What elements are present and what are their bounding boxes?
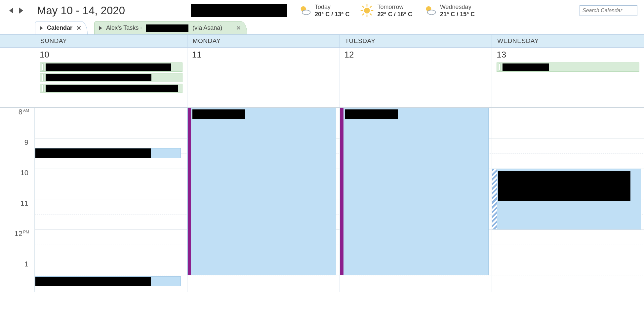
day-headers-row: SUNDAY MONDAY TUESDAY WEDNESDAY — [0, 34, 644, 48]
tab-asana-tasks[interactable]: Alex's Tasks - (via Asana) ✕ — [94, 21, 247, 34]
svg-point-1 — [302, 10, 310, 15]
svg-point-12 — [427, 10, 436, 15]
topbar: May 10 - 14, 2020 Today 20° C / 13° C To… — [0, 0, 644, 21]
weather-today[interactable]: Today 20° C / 13° C — [298, 3, 349, 18]
weather-wednesday-label: Wednesday — [440, 3, 475, 11]
svg-line-9 — [362, 14, 364, 15]
day-header-monday[interactable]: MONDAY — [187, 35, 340, 47]
redacted-header-block — [191, 4, 287, 17]
time-label: 9 — [0, 138, 34, 169]
tab-arrow-icon — [40, 26, 43, 30]
weather-today-label: Today — [315, 3, 349, 11]
tab-asana-redacted — [146, 24, 188, 32]
weather-tomorrow-label: Tomorrow — [377, 3, 412, 11]
close-tab-calendar[interactable]: ✕ — [76, 24, 81, 32]
svg-point-2 — [364, 8, 370, 14]
tab-asana-suffix: (via Asana) — [192, 24, 222, 31]
weather-wednesday[interactable]: Wednesday 21° C / 15° C — [423, 3, 475, 18]
close-tab-asana[interactable]: ✕ — [236, 24, 241, 32]
allday-cell-wednesday[interactable]: 13 — [492, 48, 644, 107]
event-category-stripe — [188, 108, 191, 275]
next-week-button[interactable] — [19, 8, 23, 14]
allday-cell-sunday[interactable]: 10 — [35, 48, 187, 107]
allday-cell-monday[interactable]: 11 — [187, 48, 340, 107]
day-number-sunday: 10 — [40, 50, 182, 60]
calendar-tabs: Calendar ✕ Alex's Tasks - (via Asana) ✕ — [0, 21, 644, 34]
search-calendar-input[interactable] — [580, 5, 637, 16]
day-col-tuesday[interactable] — [340, 108, 492, 292]
time-label: 11 — [0, 199, 34, 229]
day-header-sunday[interactable]: SUNDAY — [35, 35, 187, 47]
svg-line-7 — [362, 6, 364, 8]
allday-cell-tuesday[interactable]: 12 — [340, 48, 492, 107]
date-range-title: May 10 - 14, 2020 — [37, 4, 125, 17]
day-number-wednesday: 13 — [497, 50, 639, 60]
tab-calendar-label: Calendar — [47, 24, 72, 31]
time-label: 12PM — [0, 229, 34, 260]
weather-today-text: Today 20° C / 13° C — [315, 3, 349, 18]
allday-event[interactable] — [497, 62, 639, 72]
event-tentative-stripe — [492, 169, 497, 229]
time-gutter: 8AM 9 10 11 12PM 1 — [0, 108, 35, 292]
weather-wednesday-temp: 21° C / 15° C — [440, 11, 475, 18]
day-col-monday[interactable] — [187, 108, 340, 292]
day-header-tuesday[interactable]: TUESDAY — [340, 35, 492, 47]
weather-today-temp: 20° C / 13° C — [315, 11, 349, 18]
calendar-event[interactable] — [187, 108, 337, 275]
svg-line-10 — [370, 6, 372, 8]
weather-wednesday-text: Wednesday 21° C / 15° C — [440, 3, 475, 18]
time-gutter-header — [0, 35, 35, 47]
event-category-stripe — [340, 108, 343, 275]
day-columns — [35, 108, 644, 292]
nav-arrows — [9, 8, 23, 14]
tab-arrow-icon — [99, 26, 102, 30]
tab-calendar[interactable]: Calendar ✕ — [35, 21, 88, 34]
time-label: 8AM — [0, 108, 34, 138]
day-header-wednesday[interactable]: WEDNESDAY — [492, 35, 644, 47]
allday-gutter — [0, 48, 35, 107]
sunny-icon — [360, 4, 374, 18]
calendar-event[interactable] — [35, 276, 181, 286]
allday-event[interactable] — [40, 84, 182, 93]
allday-event[interactable] — [40, 73, 182, 82]
calendar-event[interactable] — [340, 108, 489, 275]
timed-grid: 8AM 9 10 11 12PM 1 — [0, 107, 644, 292]
weather-tomorrow-temp: 22° C / 16° C — [377, 11, 412, 18]
prev-week-button[interactable] — [9, 8, 13, 14]
weather-tomorrow-text: Tomorrow 22° C / 16° C — [377, 3, 412, 18]
allday-event[interactable] — [40, 62, 182, 72]
svg-line-8 — [370, 14, 372, 15]
partly-cloudy-icon — [423, 4, 437, 18]
partly-cloudy-icon — [298, 4, 311, 18]
day-col-wednesday[interactable] — [492, 108, 644, 292]
time-label: 10 — [0, 169, 34, 199]
tab-asana-prefix: Alex's Tasks - — [106, 24, 142, 31]
calendar-event[interactable] — [492, 169, 641, 229]
day-number-monday: 11 — [192, 50, 335, 60]
allday-row: 10 11 12 13 — [0, 48, 644, 107]
day-number-tuesday: 12 — [344, 50, 487, 60]
weather-tomorrow[interactable]: Tomorrow 22° C / 16° C — [360, 3, 412, 18]
calendar-event[interactable] — [35, 148, 181, 158]
day-col-sunday[interactable] — [35, 108, 187, 292]
time-label: 1 — [0, 260, 34, 290]
